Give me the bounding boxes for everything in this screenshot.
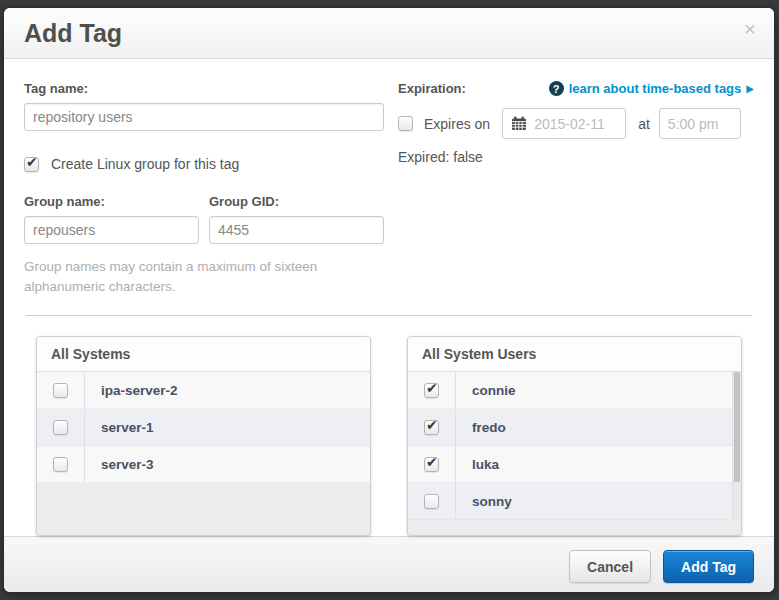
row-checkbox-cell (37, 372, 85, 408)
create-linux-group-checkbox[interactable] (24, 157, 39, 172)
modal-header: Add Tag × (4, 8, 774, 59)
all-system-users-rows: conniefredolukasonny (408, 372, 741, 520)
expiration-time-input[interactable]: 5:00 pm (659, 108, 741, 139)
group-name-help-text: Group names may contain a maximum of six… (24, 257, 384, 296)
tag-form-column: Tag name: Create Linux group for this ta… (24, 81, 384, 296)
row-label: sonny (456, 494, 512, 509)
row-checkbox[interactable] (424, 420, 439, 435)
learn-about-tags-link[interactable]: ? learn about time-based tags ▶ (549, 81, 754, 96)
expiration-column: Expiration: ? learn about time-based tag… (398, 81, 754, 296)
modal-body: Tag name: Create Linux group for this ta… (4, 59, 774, 536)
row-label: luka (456, 457, 499, 472)
learn-link-label: learn about time-based tags (569, 81, 742, 96)
row-label: server-3 (85, 457, 154, 472)
expiration-date-value: 2015-02-11 (534, 116, 605, 132)
row-checkbox-cell (37, 409, 85, 445)
row-checkbox-cell (408, 372, 456, 408)
row-label: ipa-server-2 (85, 383, 178, 398)
all-systems-header: All Systems (37, 337, 370, 372)
users-list-scrollbar[interactable] (732, 372, 741, 520)
list-item: connie (408, 372, 741, 409)
all-system-users-header: All System Users (408, 337, 741, 372)
row-checkbox[interactable] (53, 383, 68, 398)
group-gid-input[interactable] (209, 216, 384, 244)
row-label: fredo (456, 420, 506, 435)
scrollbar-thumb[interactable] (734, 372, 740, 482)
expiration-label: Expiration: (398, 81, 466, 96)
list-item: sonny (408, 483, 741, 520)
caret-right-icon: ▶ (746, 83, 754, 94)
close-icon[interactable]: × (744, 18, 756, 39)
row-label: connie (456, 383, 516, 398)
row-checkbox[interactable] (53, 420, 68, 435)
expired-status-text: Expired: false (398, 149, 754, 165)
group-name-label: Group name: (24, 194, 199, 209)
row-checkbox-cell (408, 446, 456, 482)
list-item: ipa-server-2 (37, 372, 370, 409)
list-item: fredo (408, 409, 741, 446)
row-checkbox-cell (37, 446, 85, 482)
cancel-button[interactable]: Cancel (569, 550, 651, 583)
row-checkbox[interactable] (424, 494, 439, 509)
row-label: server-1 (85, 420, 154, 435)
group-name-input[interactable] (24, 216, 199, 244)
expiration-date-input[interactable]: 2015-02-11 (502, 108, 626, 139)
modal-title: Add Tag (24, 19, 754, 48)
all-system-users-card: All System Users conniefredolukasonny (407, 336, 742, 536)
expires-on-label: Expires on (424, 116, 490, 132)
all-systems-card: All Systems ipa-server-2server-1server-3 (36, 336, 371, 536)
tag-name-label: Tag name: (24, 81, 384, 96)
row-checkbox-cell (408, 409, 456, 445)
list-item: luka (408, 446, 741, 483)
tag-name-input[interactable] (24, 103, 384, 131)
calendar-icon (511, 116, 527, 131)
modal-footer: Cancel Add Tag (4, 536, 774, 592)
group-gid-label: Group GID: (209, 194, 384, 209)
add-tag-button[interactable]: Add Tag (663, 550, 754, 583)
row-checkbox[interactable] (424, 457, 439, 472)
expiration-time-value: 5:00 pm (668, 116, 719, 132)
all-systems-rows: ipa-server-2server-1server-3 (37, 372, 370, 483)
row-checkbox-cell (408, 483, 456, 519)
add-tag-modal: Add Tag × Tag name: Create Linux group f… (4, 8, 774, 592)
list-item: server-3 (37, 446, 370, 483)
section-divider (26, 315, 752, 316)
help-question-icon: ? (549, 81, 564, 96)
create-linux-group-label: Create Linux group for this tag (51, 156, 239, 172)
expires-on-checkbox[interactable] (398, 116, 413, 131)
at-label: at (638, 116, 650, 132)
list-item: server-1 (37, 409, 370, 446)
row-checkbox[interactable] (53, 457, 68, 472)
row-checkbox[interactable] (424, 383, 439, 398)
